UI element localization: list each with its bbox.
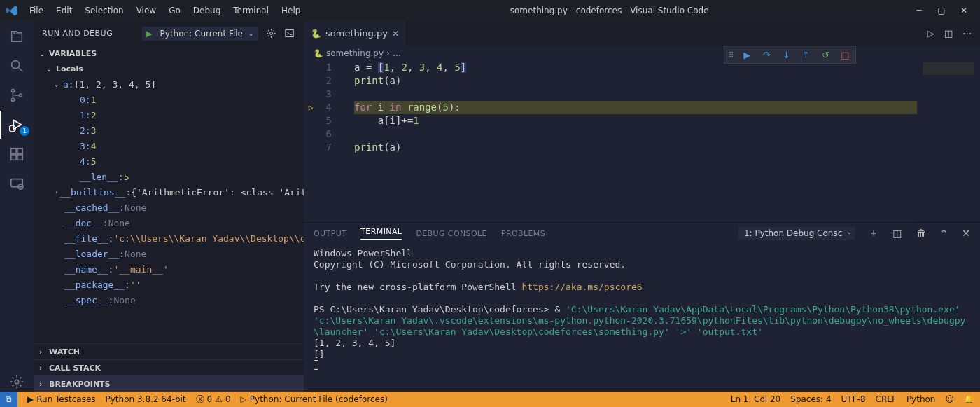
- var-item[interactable]: __cached__: None: [34, 200, 304, 215]
- svg-point-12: [15, 380, 19, 384]
- restart-button[interactable]: ↺: [819, 50, 832, 60]
- svg-point-1: [11, 90, 14, 92]
- menu-help[interactable]: Help: [276, 3, 306, 18]
- encoding[interactable]: UTF-8: [841, 394, 866, 404]
- debug-badge: 1: [20, 126, 29, 136]
- var-item[interactable]: __file__: 'c:\\Users\\Karan Yadav\\Deskt…: [34, 230, 304, 246]
- breadcrumbs[interactable]: 🐍 something.py › …: [304, 46, 980, 61]
- var-item[interactable]: 2: 3: [34, 123, 304, 138]
- menu-file[interactable]: File: [24, 3, 49, 18]
- var-item[interactable]: 0: 1: [34, 92, 304, 107]
- minimize-icon[interactable]: ─: [913, 6, 925, 15]
- var-builtins[interactable]: ›__builtins__: {'ArithmeticError': <clas…: [34, 184, 304, 200]
- run-editor-icon[interactable]: ▷: [927, 28, 934, 39]
- var-item[interactable]: __len__: 5: [34, 169, 304, 184]
- breadcrumb-more[interactable]: …: [393, 48, 401, 58]
- maximize-icon[interactable]: ▢: [935, 6, 948, 15]
- var-item[interactable]: 3: 4: [34, 138, 304, 153]
- panel: OUTPUT TERMINAL DEBUG CONSOLE PROBLEMS 1…: [304, 222, 980, 392]
- breadcrumb-file[interactable]: something.py: [326, 48, 384, 58]
- section-watch[interactable]: ›WATCH: [34, 344, 304, 359]
- variables-tree[interactable]: ⌄a: [1, 2, 3, 4, 5] 0: 11: 22: 33: 44: 5…: [34, 76, 304, 343]
- terminal-body[interactable]: Windows PowerShell Copyright (C) Microso…: [304, 244, 980, 392]
- close-panel-icon[interactable]: ✕: [962, 228, 970, 239]
- errors-warnings[interactable]: ⓧ 0 ⚠ 0: [196, 394, 231, 406]
- step-into-button[interactable]: ↓: [780, 50, 792, 60]
- menu-selection[interactable]: Selection: [79, 3, 129, 18]
- gear-icon[interactable]: [265, 27, 277, 40]
- code-editor[interactable]: ▷ 1234567 a = [1, 2, 3, 4, 5] print(a) f…: [304, 61, 980, 222]
- step-over-button[interactable]: ↷: [760, 50, 773, 60]
- debug-config-status[interactable]: ▷ Python: Current File (codeforces): [241, 394, 388, 404]
- sidebar-title: RUN AND DEBUG: [42, 29, 113, 38]
- eol[interactable]: CRLF: [876, 394, 897, 404]
- python-version[interactable]: Python 3.8.2 64-bit: [106, 394, 186, 404]
- svg-rect-6: [11, 149, 16, 153]
- var-item[interactable]: __loader__: None: [34, 246, 304, 261]
- play-icon: ▶: [146, 29, 153, 39]
- menu-terminal[interactable]: Terminal: [227, 3, 274, 18]
- section-variables[interactable]: ⌄VARIABLES: [34, 46, 304, 61]
- kill-terminal-icon[interactable]: 🗑: [916, 228, 926, 239]
- debug-config-select[interactable]: ▶ Python: Current File ⌄: [141, 26, 259, 41]
- svg-rect-10: [11, 179, 23, 187]
- tab-something[interactable]: 🐍 something.py ✕: [304, 21, 407, 46]
- debug-icon[interactable]: 1: [7, 115, 27, 134]
- menu-debug[interactable]: Debug: [188, 3, 226, 18]
- var-a[interactable]: ⌄a: [1, 2, 3, 4, 5]: [34, 76, 304, 92]
- python-icon: 🐍: [314, 49, 323, 58]
- indentation[interactable]: Spaces: 4: [790, 394, 831, 404]
- debug-sidebar: RUN AND DEBUG ▶ Python: Current File ⌄ ⌄…: [34, 21, 304, 392]
- svg-point-2: [11, 98, 14, 101]
- tab-label: something.py: [326, 28, 388, 39]
- python-icon: 🐍: [311, 29, 321, 39]
- panel-problems[interactable]: PROBLEMS: [501, 229, 545, 238]
- section-breakpoints[interactable]: ›BREAKPOINTS: [34, 376, 304, 392]
- var-item[interactable]: __doc__: None: [34, 215, 304, 230]
- split-terminal-icon[interactable]: ◫: [892, 228, 902, 239]
- step-out-button[interactable]: ↑: [799, 50, 812, 60]
- menu-edit[interactable]: Edit: [50, 3, 78, 18]
- notifications-icon[interactable]: 🔔: [964, 394, 974, 404]
- debug-console-icon[interactable]: [283, 27, 295, 40]
- scm-icon[interactable]: [7, 85, 27, 105]
- stop-button[interactable]: □: [839, 50, 851, 60]
- svg-rect-9: [18, 155, 22, 160]
- tab-close-icon[interactable]: ✕: [392, 29, 399, 39]
- extensions-icon[interactable]: [7, 144, 27, 164]
- menu-go[interactable]: Go: [163, 3, 186, 18]
- continue-button[interactable]: ▶: [741, 50, 753, 60]
- panel-terminal[interactable]: TERMINAL: [360, 227, 402, 240]
- var-item[interactable]: __name__: '__main__': [34, 261, 304, 277]
- var-item[interactable]: __spec__: None: [34, 292, 304, 308]
- terminal-select[interactable]: 1: Python Debug Consc⌄: [738, 227, 855, 240]
- sidebar-header: RUN AND DEBUG ▶ Python: Current File ⌄: [34, 21, 304, 46]
- settings-icon[interactable]: [7, 372, 27, 392]
- menu-view[interactable]: View: [131, 3, 162, 18]
- close-icon[interactable]: ✕: [958, 6, 970, 15]
- feedback-icon[interactable]: ☺: [945, 394, 954, 404]
- cursor-position[interactable]: Ln 1, Col 20: [731, 394, 781, 404]
- section-locals[interactable]: ⌄Locals: [34, 61, 304, 76]
- split-editor-icon[interactable]: ◫: [944, 28, 953, 39]
- grip-icon[interactable]: ⠿: [729, 51, 734, 59]
- remote-button[interactable]: ⧉: [0, 392, 18, 407]
- debug-toolbar[interactable]: ⠿ ▶ ↷ ↓ ↑ ↺ □: [724, 46, 856, 64]
- section-callstack[interactable]: ›CALL STACK: [34, 360, 304, 375]
- panel-debug-console[interactable]: DEBUG CONSOLE: [416, 229, 487, 238]
- remote-icon[interactable]: [7, 174, 27, 193]
- run-testcases-button[interactable]: ▶ Run Testcases: [27, 394, 96, 404]
- var-item[interactable]: 4: 5: [34, 153, 304, 169]
- var-item[interactable]: __package__: '': [34, 277, 304, 292]
- maximize-panel-icon[interactable]: ⌃: [940, 228, 948, 239]
- search-icon[interactable]: [7, 56, 27, 76]
- new-terminal-icon[interactable]: ＋: [869, 227, 878, 240]
- code-content[interactable]: a = [1, 2, 3, 4, 5] print(a) for i in ra…: [339, 61, 917, 222]
- explorer-icon[interactable]: [7, 27, 27, 46]
- panel-output[interactable]: OUTPUT: [314, 229, 346, 238]
- var-item[interactable]: 1: 2: [34, 107, 304, 123]
- language-mode[interactable]: Python: [906, 394, 936, 404]
- more-editor-icon[interactable]: ⋯: [962, 28, 972, 39]
- minimap[interactable]: [917, 61, 980, 222]
- config-label: Python: Current File: [160, 29, 243, 39]
